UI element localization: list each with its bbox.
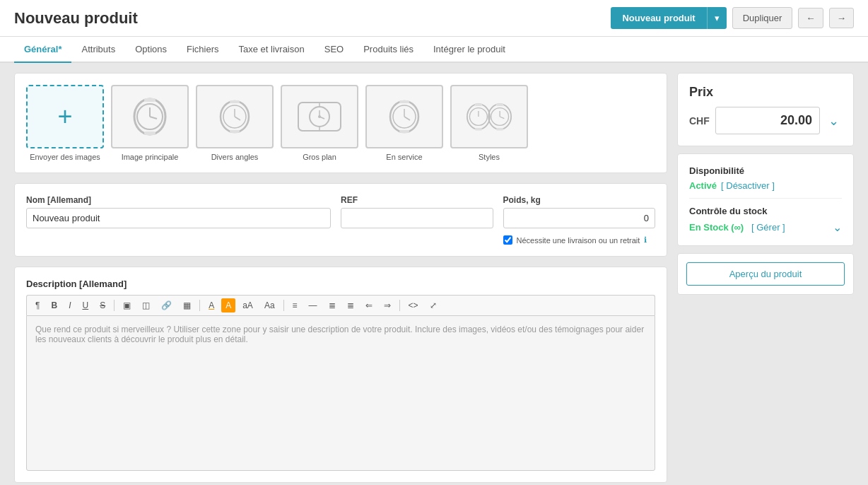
weight-label: Poids, kg (503, 195, 656, 205)
toolbar-list-ol[interactable]: ≣ (343, 298, 358, 312)
page-title: Nouveau produit (14, 9, 138, 28)
name-input[interactable] (26, 208, 331, 228)
toolbar-link[interactable]: 🔗 (157, 298, 176, 312)
top-bar: Nouveau produit Nouveau produit ▾ Dupliq… (0, 0, 868, 37)
watch-svg-angles (206, 92, 263, 141)
price-row: CHF ⌄ (689, 107, 842, 134)
price-chevron[interactable]: ⌄ (826, 113, 842, 129)
svg-point-16 (318, 115, 321, 118)
toolbar-embed[interactable]: ◫ (138, 298, 154, 312)
stock-row: En Stock (∞) [ Gérer ] ⌄ (689, 221, 842, 234)
image-thumbnails: + Envoyer des images (26, 85, 655, 161)
thumb-box-angles[interactable] (196, 85, 274, 148)
toolbar-align-center[interactable]: — (305, 298, 322, 312)
price-input[interactable] (715, 107, 820, 134)
ref-input[interactable] (341, 208, 493, 228)
price-title: Prix (689, 85, 842, 100)
toolbar-strikethrough[interactable]: S (95, 298, 110, 312)
tab-attributs[interactable]: Attributs (71, 37, 125, 63)
toolbar-case[interactable]: aA (238, 298, 257, 312)
tab-general[interactable]: Général* (14, 37, 71, 63)
toolbar-bg-a[interactable]: A (221, 298, 235, 312)
name-label: Nom [Allemand] (26, 195, 331, 205)
top-bar-actions: Nouveau produit ▾ Dupliquer ← → (611, 7, 854, 29)
toolbar-bold[interactable]: B (47, 298, 61, 312)
preview-card: Aperçu du produit (677, 253, 854, 295)
tab-fichiers[interactable]: Fichiers (177, 37, 229, 63)
svg-rect-11 (230, 130, 240, 133)
new-product-button[interactable]: Nouveau produit (611, 7, 706, 29)
thumb-label-service: En service (386, 153, 422, 161)
description-section: Description [Allemand] ¶ B I U S ▣ ◫ 🔗 ▦… (14, 267, 667, 483)
svg-rect-34 (496, 103, 504, 106)
plus-icon: + (57, 102, 72, 132)
deactivate-link[interactable]: [ Désactiver ] (721, 180, 775, 191)
activation-status: Activé (689, 180, 717, 191)
upload-box[interactable]: + (26, 85, 104, 148)
weight-input[interactable] (503, 208, 656, 228)
stock-control-title: Contrôle du stock (689, 206, 842, 216)
delivery-checkbox[interactable] (503, 235, 512, 245)
nav-back-button[interactable]: ← (798, 8, 823, 28)
toolbar-italic[interactable]: I (64, 298, 75, 312)
new-product-split-button: Nouveau produit ▾ (611, 7, 726, 29)
toolbar-align-left[interactable]: ≡ (288, 298, 302, 312)
thumb-styles: Styles (450, 85, 528, 161)
watch-svg-gros (291, 92, 348, 141)
currency-label: CHF (689, 115, 710, 127)
manage-link[interactable]: [ Gérer ] (751, 222, 785, 233)
stock-chevron[interactable]: ⌄ (833, 221, 842, 234)
toolbar-paragraph[interactable]: ¶ (31, 298, 44, 312)
description-label: Description [Allemand] (26, 279, 655, 289)
availability-card: Disponibilité Activé [ Désactiver ] Cont… (677, 153, 854, 246)
svg-rect-29 (475, 128, 483, 131)
toolbar-sep-1 (114, 300, 115, 311)
info-icon: ℹ (644, 235, 647, 245)
toolbar-indent-left[interactable]: ⇐ (361, 298, 377, 312)
tabs-bar: Général* Attributs Options Fichiers Taxe… (0, 37, 868, 63)
watch-svg-service (376, 92, 433, 141)
form-row-1: Nom [Allemand] REF Poids, kg Nécessite u… (26, 195, 655, 245)
tab-taxe-livraison[interactable]: Taxe et livraison (229, 37, 315, 63)
ref-field-group: REF (341, 195, 493, 228)
toolbar-image[interactable]: ▣ (119, 298, 135, 312)
tab-options[interactable]: Options (125, 37, 177, 63)
name-field-group: Nom [Allemand] (26, 195, 331, 228)
svg-rect-23 (399, 100, 409, 103)
thumb-box-styles[interactable] (450, 85, 528, 148)
toolbar-expand[interactable]: ⤢ (426, 298, 441, 312)
tab-produits-lies[interactable]: Produits liés (353, 37, 423, 63)
stock-status: En Stock (∞) (689, 222, 744, 233)
thumb-label-gros: Gros plan (303, 153, 336, 161)
thumb-divers-angles: Divers angles (196, 85, 274, 161)
new-product-dropdown[interactable]: ▾ (707, 7, 727, 29)
ref-label: REF (341, 195, 493, 205)
svg-line-22 (404, 117, 410, 120)
toolbar-color-a[interactable]: A (204, 298, 218, 312)
thumb-box-service[interactable] (365, 85, 443, 148)
availability-status-row: Activé [ Désactiver ] (689, 180, 842, 191)
editor-body[interactable]: Que rend ce produit si merveilleux ? Uti… (26, 315, 655, 471)
toolbar-font[interactable]: Aa (260, 298, 279, 312)
delivery-checkbox-row: Nécessite une livraison ou un retrait ℹ (503, 235, 656, 245)
tab-seo[interactable]: SEO (315, 37, 353, 63)
toolbar-table[interactable]: ▦ (179, 298, 195, 312)
tab-integrer[interactable]: Intégrer le produit (423, 37, 515, 63)
stock-info: En Stock (∞) [ Gérer ] (689, 222, 828, 233)
toolbar-source[interactable]: <> (404, 298, 423, 312)
toolbar-list-ul[interactable]: ≣ (324, 298, 340, 312)
editor-toolbar: ¶ B I U S ▣ ◫ 🔗 ▦ A A aA Aa ≡ — ≣ ≣ (26, 295, 655, 315)
toolbar-underline[interactable]: U (78, 298, 93, 312)
thumb-box-gros[interactable] (281, 85, 358, 148)
preview-button[interactable]: Aperçu du produit (686, 262, 845, 286)
svg-rect-4 (144, 98, 156, 102)
thumb-box-main[interactable] (111, 85, 189, 148)
duplicate-button[interactable]: Dupliquer (732, 7, 793, 29)
delivery-label: Nécessite une livraison ou un retrait (517, 236, 640, 245)
nav-forward-button[interactable]: → (829, 8, 854, 28)
toolbar-sep-3 (283, 300, 284, 311)
svg-line-3 (150, 117, 157, 119)
watch-svg-styles (461, 92, 517, 141)
toolbar-indent-right[interactable]: ⇒ (380, 298, 395, 312)
toolbar-sep-2 (199, 300, 200, 311)
